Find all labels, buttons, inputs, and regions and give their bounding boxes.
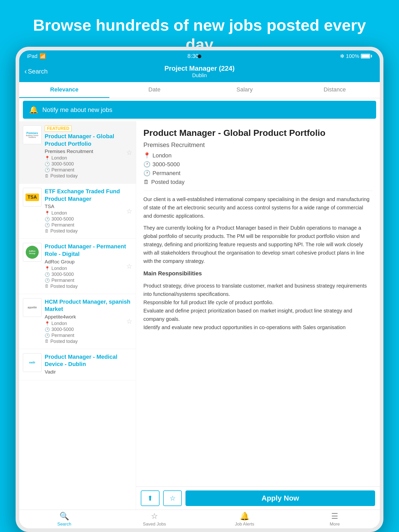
detail-location: London (152, 152, 171, 159)
save-job-2-icon[interactable]: ☆ (126, 207, 132, 215)
detail-type-icon: 🕐 (143, 170, 150, 177)
tab-job-alerts[interactable]: 🔔 Job Alerts (200, 510, 290, 528)
status-right: ✻ 100% (340, 53, 372, 59)
saved-jobs-tab-icon: ☆ (151, 511, 158, 521)
save-star-icon: ☆ (170, 494, 176, 502)
salary-icon-3: 🕐 (45, 272, 50, 277)
share-button[interactable]: ⬆ (141, 490, 159, 506)
share-icon: ⬆ (147, 494, 153, 502)
tab-relevance[interactable]: Relevance (19, 82, 109, 98)
posted-icon-3: 🗓 (45, 284, 49, 289)
tab-saved-jobs-label: Saved Jobs (143, 522, 166, 527)
battery-icon (361, 54, 372, 58)
job-detail-panel: Product Manager - Global Product Portfol… (136, 121, 380, 510)
tab-date[interactable]: Date (109, 82, 200, 98)
detail-posted-icon: 🗓 (143, 179, 149, 185)
device-label: iPad (27, 53, 37, 59)
posted-icon: 🗓 (45, 174, 49, 178)
chevron-left-icon: ‹ (24, 67, 27, 76)
detail-responsibilities-heading: Main Responsibilities (143, 269, 373, 278)
save-detail-button[interactable]: ☆ (163, 490, 182, 506)
status-left: iPad 📶 (27, 53, 46, 59)
salary-icon-2: 🕐 (45, 217, 50, 222)
job-meta-2: 📍London 🕐3000-5000 🕐Permanent 🗓Posted to… (45, 210, 132, 234)
bell-icon: 🔔 (29, 105, 38, 114)
tab-more[interactable]: ☰ More (290, 510, 380, 528)
wifi-icon: 📶 (39, 53, 46, 59)
bottom-action-bar: ⬆ ☆ Apply Now (136, 487, 380, 510)
detail-salary-icon: 🕐 (143, 161, 150, 168)
salary-icon: 🕐 (45, 162, 50, 167)
job-logo-2: TSA (23, 188, 42, 207)
job-info-4: HCM Product Manager, spanish Market Appe… (45, 298, 132, 345)
job-item-2[interactable]: TSA ETF Exchange Traded Fund Product Man… (19, 184, 136, 239)
tab-salary[interactable]: Salary (200, 82, 290, 98)
job-item-5[interactable]: vadir Product Manager - Medical Device -… (19, 349, 136, 380)
detail-posted: Posted today (151, 179, 184, 185)
job-title-3: Product Manager - Permanent Role - Digit… (45, 243, 132, 258)
detail-divider (143, 191, 373, 191)
location-icon-2: 📍 (45, 211, 50, 216)
detail-title: Product Manager - Global Product Portfol… (143, 128, 373, 138)
job-item-4[interactable]: appetite HCM Product Manager, spanish Ma… (19, 294, 136, 349)
type-icon-2: 🕐 (45, 223, 50, 228)
posted-icon-4: 🗓 (45, 339, 49, 344)
job-info-5: Product Manager - Medical Device - Dubli… (45, 353, 132, 376)
bluetooth-icon: ✻ (340, 53, 344, 59)
job-item-3[interactable]: AdRoc Group Product Manager - Permanent … (19, 239, 136, 294)
battery-percent: 100% (346, 53, 359, 59)
job-list: Premises Building Career Solutions FEATU… (19, 121, 136, 510)
nav-title-block: Project Manager (224) Dublin (164, 64, 235, 78)
detail-body-2: They are currently looking for a Product… (143, 224, 373, 265)
job-info-3: Product Manager - Permanent Role - Digit… (45, 243, 132, 289)
tab-job-alerts-label: Job Alerts (235, 522, 254, 527)
tab-search[interactable]: 🔍 Search (19, 510, 109, 528)
detail-company: Premises Recruitment (143, 141, 373, 149)
job-company-4: Appetite4work (45, 314, 132, 320)
save-job-4-icon[interactable]: ☆ (126, 317, 132, 325)
filter-tabs: Relevance Date Salary Distance (19, 82, 380, 98)
job-title-1: Product Manager - Global Product Portfol… (45, 133, 132, 148)
save-job-3-icon[interactable]: ☆ (126, 262, 132, 270)
location-icon: 📍 (45, 156, 50, 161)
notify-bar[interactable]: 🔔 Notify me about new jobs (23, 101, 376, 119)
job-logo-4: appetite (23, 298, 42, 317)
detail-body-3: Product strategy, drive process to trans… (143, 282, 373, 331)
detail-type: Permanent (152, 170, 181, 177)
job-title-4: HCM Product Manager, spanish Market (45, 298, 132, 313)
back-button[interactable]: ‹ Search (24, 67, 48, 76)
ipad-frame: iPad 📶 8:30 ✻ 100% ‹ Search Project Mana… (16, 47, 383, 532)
salary-icon-4: 🕐 (45, 327, 50, 332)
job-meta-1: 📍London 🕐3000-5000 🕐Permanent 🗓Posted to… (45, 155, 132, 179)
save-job-1-icon[interactable]: ☆ (126, 148, 132, 156)
posted-icon-2: 🗓 (45, 229, 49, 234)
detail-body: Our client is a well-established interna… (143, 195, 373, 331)
job-meta-4: 📍London 🕐3000-5000 🕐Permanent 🗓Posted to… (45, 321, 132, 344)
tab-saved-jobs[interactable]: ☆ Saved Jobs (109, 510, 200, 528)
job-company-2: TSA (45, 204, 132, 209)
tab-bar: 🔍 Search ☆ Saved Jobs 🔔 Job Alerts ☰ Mor… (19, 510, 380, 528)
job-item-1[interactable]: Premises Building Career Solutions FEATU… (19, 121, 136, 184)
search-tab-icon: 🔍 (59, 511, 69, 521)
tab-distance[interactable]: Distance (290, 82, 380, 98)
type-icon-4: 🕐 (45, 333, 50, 338)
tab-search-label: Search (57, 522, 71, 527)
more-tab-icon: ☰ (331, 511, 338, 521)
job-logo-1: Premises Building Career Solutions (23, 125, 42, 144)
location-icon-3: 📍 (45, 266, 50, 271)
back-label: Search (28, 68, 48, 75)
nav-bar: ‹ Search Project Manager (224) Dublin (19, 62, 380, 82)
job-info-1: FEATURED Product Manager - Global Produc… (45, 125, 132, 179)
featured-badge: FEATURED (45, 125, 72, 132)
job-company-5: Vadir (45, 369, 132, 375)
notify-text: Notify me about new jobs (42, 106, 112, 114)
apply-now-button[interactable]: Apply Now (185, 490, 375, 506)
job-logo-5: vadir (23, 353, 42, 372)
detail-salary: 3000-5000 (152, 161, 180, 168)
job-alerts-tab-icon: 🔔 (240, 511, 249, 521)
nav-title: Project Manager (224) (164, 64, 235, 72)
tab-more-label: More (330, 522, 340, 527)
job-meta-3: 📍London 🕐3000-5000 🕐Permanent 🗓Posted to… (45, 266, 132, 289)
main-content: Premises Building Career Solutions FEATU… (19, 121, 380, 510)
nav-subtitle: Dublin (164, 72, 235, 78)
